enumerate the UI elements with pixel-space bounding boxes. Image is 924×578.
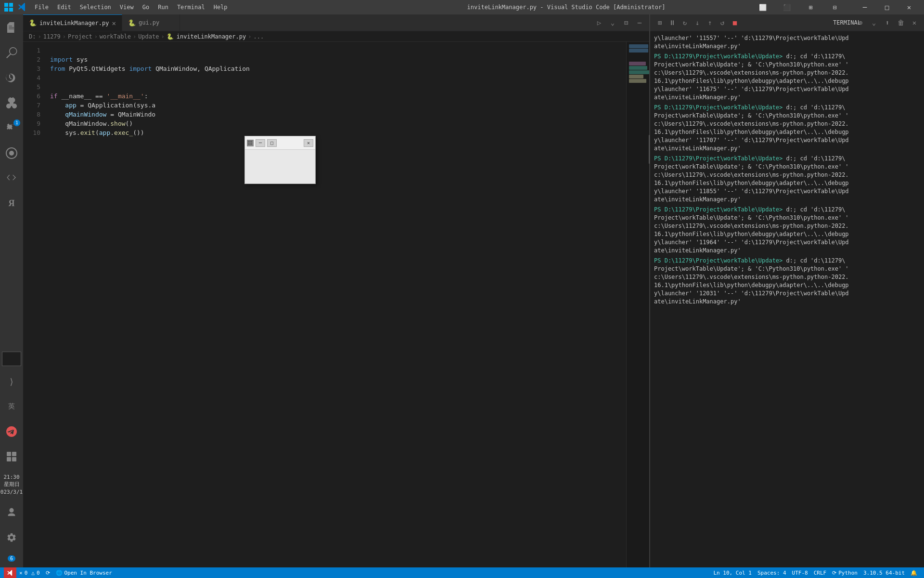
browser-icon: 🌐 bbox=[56, 570, 63, 576]
eol-text: CRLF bbox=[814, 570, 827, 576]
window-controls: ─ □ ✕ bbox=[854, 0, 920, 14]
float-window-icon bbox=[247, 140, 254, 146]
editor-area: 🐍 inviteLinkManager.py ✕ 🐍 gui.py ▷ ⌄ ⊟ … bbox=[23, 14, 650, 567]
svg-rect-0 bbox=[4, 3, 8, 7]
activity-remote[interactable] bbox=[0, 142, 23, 165]
terminal-block-2: PS D:\11279\Project\workTable\Update> d:… bbox=[654, 53, 920, 102]
activity-settings[interactable] bbox=[0, 526, 23, 549]
status-sync[interactable]: ⟳ bbox=[43, 567, 53, 578]
status-open-browser[interactable]: 🌐 Open In Browser bbox=[53, 567, 115, 578]
code-editor: 1 2 3 4 5 6 7 8 9 10 import sys from PyQ… bbox=[23, 42, 649, 567]
window-title: inviteLinkManager.py - Visual Studio Cod… bbox=[385, 4, 748, 11]
status-language[interactable]: ⟳ Python bbox=[829, 567, 860, 578]
debug-step-over-btn[interactable]: ↻ bbox=[679, 17, 691, 28]
breadcrumb-dots[interactable]: ... bbox=[253, 33, 264, 40]
run-options-btn[interactable]: ⌄ bbox=[607, 17, 618, 28]
debug-restart-btn[interactable]: ↺ bbox=[717, 17, 728, 28]
breadcrumb-update[interactable]: Update bbox=[138, 33, 159, 40]
panel-maximize-btn[interactable]: ⬆ bbox=[882, 17, 893, 28]
menu-go[interactable]: Go bbox=[139, 3, 153, 12]
terminal-content[interactable]: y\launcher' '11557' '--' 'd:\11279\Proje… bbox=[650, 31, 924, 567]
debug-controls: ⊞ ⏸ ↻ ↓ ↑ ↺ ■ bbox=[654, 17, 741, 28]
status-python-version[interactable]: 3.10.5 64-bit bbox=[860, 567, 908, 578]
activity-search[interactable] bbox=[0, 41, 23, 65]
tab-label-invitelinkmanager: inviteLinkManager.py bbox=[39, 20, 109, 26]
float-maximize-btn[interactable]: □ bbox=[267, 139, 277, 147]
svg-rect-7 bbox=[12, 457, 16, 461]
activity-extra1[interactable] bbox=[0, 445, 23, 468]
activity-source-control[interactable] bbox=[0, 66, 23, 90]
debug-step-out-btn[interactable]: ↑ bbox=[704, 17, 716, 28]
svg-rect-11 bbox=[250, 143, 252, 145]
menu-edit[interactable]: Edit bbox=[53, 3, 75, 12]
tab-bar: 🐍 inviteLinkManager.py ✕ 🐍 gui.py ▷ ⌄ ⊟ … bbox=[23, 14, 649, 31]
breadcrumb-project[interactable]: Project bbox=[68, 33, 92, 40]
layout-btn-1[interactable]: ⬜ bbox=[752, 0, 774, 14]
run-file-btn[interactable]: ▷ bbox=[593, 17, 605, 28]
layout-btn-3[interactable]: ⊞ bbox=[800, 0, 822, 14]
breadcrumb-11279[interactable]: 11279 bbox=[43, 33, 61, 40]
tab-invitelinkmanager[interactable]: 🐍 inviteLinkManager.py ✕ bbox=[23, 14, 122, 31]
menu-run[interactable]: Run bbox=[154, 3, 172, 12]
panel-trash-btn[interactable]: 🗑 bbox=[895, 17, 907, 28]
activity-bottom: ⟩ 英 21:30 星期日 20 bbox=[0, 352, 26, 567]
layout-btn-2[interactable]: ⬛ bbox=[776, 0, 798, 14]
bell-icon: 🔔 bbox=[911, 570, 917, 576]
maximize-button[interactable]: □ bbox=[876, 0, 898, 14]
menu-help[interactable]: Help bbox=[210, 3, 231, 12]
status-eol[interactable]: CRLF bbox=[811, 567, 830, 578]
menu-view[interactable]: View bbox=[116, 3, 138, 12]
activity-telegram[interactable] bbox=[0, 420, 23, 443]
debug-stop-btn[interactable]: ■ bbox=[729, 17, 741, 28]
activity-run-debug[interactable] bbox=[0, 92, 23, 115]
activity-account[interactable] bbox=[0, 501, 23, 524]
python-version-text: 3.10.5 64-bit bbox=[863, 570, 905, 576]
debug-pause-btn[interactable]: ⏸ bbox=[667, 17, 678, 28]
close-button[interactable]: ✕ bbox=[898, 0, 920, 14]
new-terminal-btn[interactable]: ⊕ bbox=[855, 17, 866, 28]
activity-explorer[interactable] bbox=[0, 16, 23, 39]
menu-file[interactable]: File bbox=[31, 3, 52, 12]
panel-right-controls: TERMINAL ⊕ ⌄ ⬆ 🗑 ✕ bbox=[841, 17, 920, 28]
breadcrumb-filename[interactable]: inviteLinkManager.py bbox=[177, 33, 246, 40]
more-actions-btn[interactable]: ⋯ bbox=[634, 17, 645, 28]
svg-rect-2 bbox=[4, 8, 8, 12]
float-minimize-btn[interactable]: ─ bbox=[256, 139, 265, 147]
code-content[interactable]: import sys from PyQt5.QtWidgets import Q… bbox=[46, 42, 626, 567]
status-line-col[interactable]: Ln 10, Col 1 bbox=[710, 567, 754, 578]
floating-pyqt-window[interactable]: ─ □ ✕ bbox=[244, 136, 316, 184]
language-icon[interactable]: 英 bbox=[0, 395, 23, 418]
spaces-text: Spaces: 4 bbox=[757, 570, 786, 576]
debug-step-into-btn[interactable]: ↓ bbox=[692, 17, 703, 28]
notifications-count[interactable]: 6 bbox=[0, 551, 23, 565]
error-count: 0 bbox=[25, 570, 28, 576]
terminal-block-4: PS D:\11279\Project\workTable\Update> d:… bbox=[654, 155, 920, 204]
activity-extensions[interactable]: 1 bbox=[0, 117, 23, 140]
status-errors[interactable]: ✕ 0 △ 0 bbox=[16, 567, 43, 578]
tab-gui[interactable]: 🐍 gui.py bbox=[122, 14, 180, 31]
panel-close-btn[interactable]: ✕ bbox=[909, 17, 920, 28]
split-editor-btn[interactable]: ⊟ bbox=[620, 17, 632, 28]
activity-expand[interactable]: ⟩ bbox=[0, 370, 23, 393]
status-debug-indicator[interactable] bbox=[4, 567, 16, 578]
floating-titlebar: ─ □ ✕ bbox=[245, 136, 315, 150]
breadcrumb-worktable[interactable]: workTable bbox=[100, 33, 131, 40]
activity-test[interactable] bbox=[0, 167, 23, 190]
tab-close-invitelinkmanager[interactable]: ✕ bbox=[112, 19, 116, 27]
panel-area: ⊞ ⏸ ↻ ↓ ↑ ↺ ■ TERMINAL ⊕ ⌄ ⬆ 🗑 ✕ y\launc… bbox=[650, 14, 924, 567]
titlebar: File Edit Selection View Go Run Terminal… bbox=[0, 0, 924, 14]
float-close-btn[interactable]: ✕ bbox=[304, 139, 313, 147]
menu-terminal[interactable]: Terminal bbox=[173, 3, 209, 12]
status-encoding[interactable]: UTF-8 bbox=[789, 567, 811, 578]
svg-rect-4 bbox=[7, 452, 11, 456]
split-terminal-btn[interactable]: ⌄ bbox=[868, 17, 880, 28]
layout-btn-4[interactable]: ⊟ bbox=[824, 0, 846, 14]
debug-continue-btn[interactable]: ⊞ bbox=[654, 17, 666, 28]
menu-selection[interactable]: Selection bbox=[76, 3, 115, 12]
breadcrumb-drive[interactable]: D: bbox=[29, 33, 36, 40]
activity-custom[interactable]: Я bbox=[0, 192, 23, 215]
status-notifications[interactable]: 🔔 bbox=[908, 567, 920, 578]
scrollbar-thumb bbox=[649, 135, 650, 164]
minimize-button[interactable]: ─ bbox=[854, 0, 876, 14]
status-spaces[interactable]: Spaces: 4 bbox=[755, 567, 789, 578]
